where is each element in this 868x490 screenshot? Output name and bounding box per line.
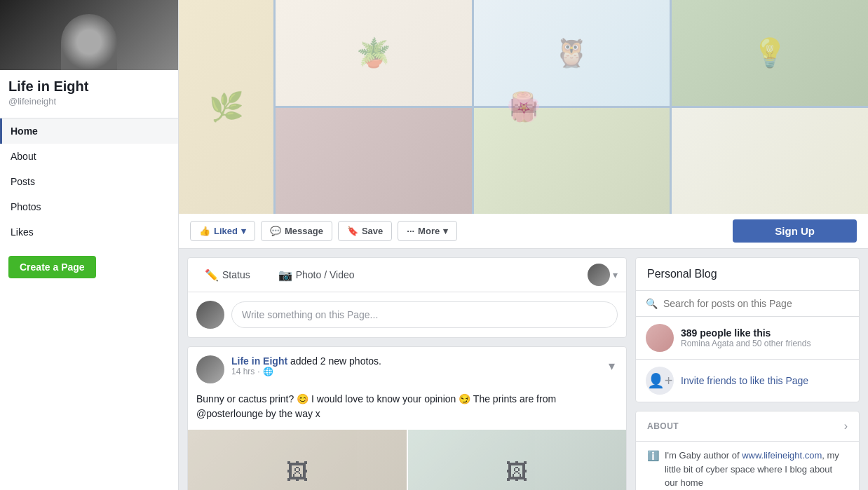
sidebar-item-likes[interactable]: Likes bbox=[0, 219, 178, 245]
likes-avatar bbox=[646, 324, 674, 352]
sidebar-item-photos-label: Photos bbox=[11, 201, 41, 212]
left-sidebar: Life in Eight @lifeineight Home About Po… bbox=[0, 0, 179, 490]
post-time: 14 hrs · 🌐 bbox=[231, 367, 381, 376]
sidebar-item-posts[interactable]: Posts bbox=[0, 169, 178, 194]
page-type-label: Personal Blog bbox=[636, 258, 859, 291]
create-page-button[interactable]: Create a Page bbox=[8, 256, 96, 278]
ellipsis-icon: ··· bbox=[407, 226, 414, 236]
about-link[interactable]: www.lifeineight.com bbox=[742, 450, 822, 461]
message-icon: 💬 bbox=[270, 226, 281, 236]
feed: ✏️ Status 📷 Photo / Video ▾ bbox=[187, 257, 627, 490]
post-author-avatar bbox=[196, 355, 224, 383]
message-label: Message bbox=[285, 226, 323, 236]
post-card: Life in Eight added 2 new photos. 14 hrs… bbox=[187, 346, 627, 490]
save-button[interactable]: 🔖 Save bbox=[338, 221, 392, 241]
likes-count: 389 people like this bbox=[681, 327, 849, 339]
globe-icon: 🌐 bbox=[263, 367, 273, 376]
invite-link[interactable]: Invite friends to like this Page bbox=[681, 375, 808, 386]
post-header: Life in Eight added 2 new photos. 14 hrs… bbox=[188, 347, 626, 392]
content-area: ✏️ Status 📷 Photo / Video ▾ bbox=[179, 249, 868, 490]
about-header: ABOUT › bbox=[636, 411, 859, 442]
pencil-icon: ✏️ bbox=[205, 268, 219, 282]
sidebar-navigation: Home About Posts Photos Likes bbox=[0, 118, 178, 245]
liked-label: Liked bbox=[214, 226, 238, 236]
more-dropdown-icon: ▾ bbox=[443, 226, 448, 236]
search-box: 🔍 bbox=[636, 291, 859, 317]
post-author-name[interactable]: Life in Eight bbox=[231, 355, 287, 367]
profile-image bbox=[0, 0, 178, 70]
likes-info: 389 people like this Romina Agata and 50… bbox=[681, 327, 849, 348]
composer-user-avatar bbox=[588, 264, 610, 286]
invite-icon: 👤+ bbox=[646, 367, 674, 395]
photo-video-tab[interactable]: 📷 Photo / Video bbox=[270, 264, 363, 286]
about-card: ABOUT › ℹ️ I'm Gaby author of www.lifein… bbox=[635, 411, 860, 490]
sidebar-item-likes-label: Likes bbox=[11, 226, 34, 238]
post-time-text: 14 hrs bbox=[231, 367, 255, 376]
post-text: Bunny or cactus print? 😊 I would love to… bbox=[196, 393, 556, 419]
post-body: Bunny or cactus print? 😊 I would love to… bbox=[188, 392, 626, 430]
sidebar-item-posts-label: Posts bbox=[11, 176, 35, 187]
sidebar-item-home[interactable]: Home bbox=[0, 118, 178, 144]
more-button[interactable]: ··· More ▾ bbox=[398, 221, 457, 241]
post-composer: ✏️ Status 📷 Photo / Video ▾ bbox=[187, 257, 627, 338]
info-icon: ℹ️ bbox=[647, 450, 659, 490]
post-image-1[interactable]: 🖼 bbox=[188, 430, 407, 490]
about-arrow-icon[interactable]: › bbox=[844, 420, 848, 433]
bookmark-icon: 🔖 bbox=[347, 226, 358, 236]
page-name: Life in Eight bbox=[0, 70, 178, 96]
about-description: I'm Gaby author of www.lifeineight.com, … bbox=[665, 449, 848, 490]
composer-avatar bbox=[196, 301, 224, 329]
sign-up-button[interactable]: Sign Up bbox=[733, 219, 857, 243]
post-header-left: Life in Eight added 2 new photos. 14 hrs… bbox=[196, 355, 381, 383]
search-icon: 🔍 bbox=[646, 298, 658, 309]
thumbs-up-icon: 👍 bbox=[199, 226, 210, 236]
more-label: More bbox=[418, 226, 440, 236]
action-bar: 👍 Liked ▾ 💬 Message 🔖 Save ··· More ▾ Si… bbox=[179, 214, 868, 249]
sidebar-item-about-label: About bbox=[11, 151, 36, 162]
status-tab[interactable]: ✏️ Status bbox=[196, 264, 259, 286]
composer-dropdown-icon[interactable]: ▾ bbox=[613, 269, 618, 280]
save-label: Save bbox=[362, 226, 383, 236]
post-placeholder: Write something on this Page... bbox=[242, 309, 378, 320]
dropdown-arrow-icon: ▾ bbox=[241, 226, 246, 236]
composer-input-row: Write something on this Page... bbox=[188, 292, 626, 337]
separator-dot: · bbox=[257, 367, 259, 376]
sidebar-item-home-label: Home bbox=[11, 125, 38, 137]
post-menu-button[interactable]: ▾ bbox=[606, 355, 618, 376]
page-type-card: Personal Blog 🔍 389 people like this Rom… bbox=[635, 257, 860, 402]
liked-button[interactable]: 👍 Liked ▾ bbox=[190, 221, 255, 241]
post-author-line: Life in Eight added 2 new photos. bbox=[231, 355, 381, 367]
sidebar-item-photos[interactable]: Photos bbox=[0, 194, 178, 219]
search-input[interactable] bbox=[663, 298, 849, 309]
main-content: 🌿 🪴 🦉 💡 🛏 🪵 🌸 👍 bbox=[179, 0, 868, 490]
profile-photo bbox=[0, 0, 178, 70]
post-image-2[interactable]: 🖼 bbox=[408, 430, 627, 490]
likes-friends: Romina Agata and 50 other friends bbox=[681, 339, 849, 348]
cover-photo: 🌿 🪴 🦉 💡 🛏 🪵 🌸 bbox=[179, 0, 868, 214]
likes-row: 389 people like this Romina Agata and 50… bbox=[636, 317, 859, 360]
message-button[interactable]: 💬 Message bbox=[261, 221, 332, 241]
about-title: ABOUT bbox=[647, 421, 679, 431]
right-sidebar: Personal Blog 🔍 389 people like this Rom… bbox=[635, 257, 860, 490]
post-action-text: added 2 new photos. bbox=[290, 355, 381, 367]
page-username: @lifeineight bbox=[0, 96, 178, 115]
cover-cell-7: 🌸 bbox=[672, 108, 868, 214]
status-tab-label: Status bbox=[222, 269, 250, 280]
invite-row: 👤+ Invite friends to like this Page bbox=[636, 360, 859, 402]
sidebar-item-about[interactable]: About bbox=[0, 144, 178, 169]
post-images: 🖼 🖼 bbox=[188, 430, 626, 490]
post-input[interactable]: Write something on this Page... bbox=[231, 301, 618, 328]
about-body: ℹ️ I'm Gaby author of www.lifeineight.co… bbox=[636, 442, 859, 490]
composer-tabs: ✏️ Status 📷 Photo / Video ▾ bbox=[188, 258, 626, 292]
camera-icon: 📷 bbox=[278, 268, 292, 282]
post-meta: Life in Eight added 2 new photos. 14 hrs… bbox=[231, 355, 381, 376]
photo-video-tab-label: Photo / Video bbox=[296, 269, 355, 280]
